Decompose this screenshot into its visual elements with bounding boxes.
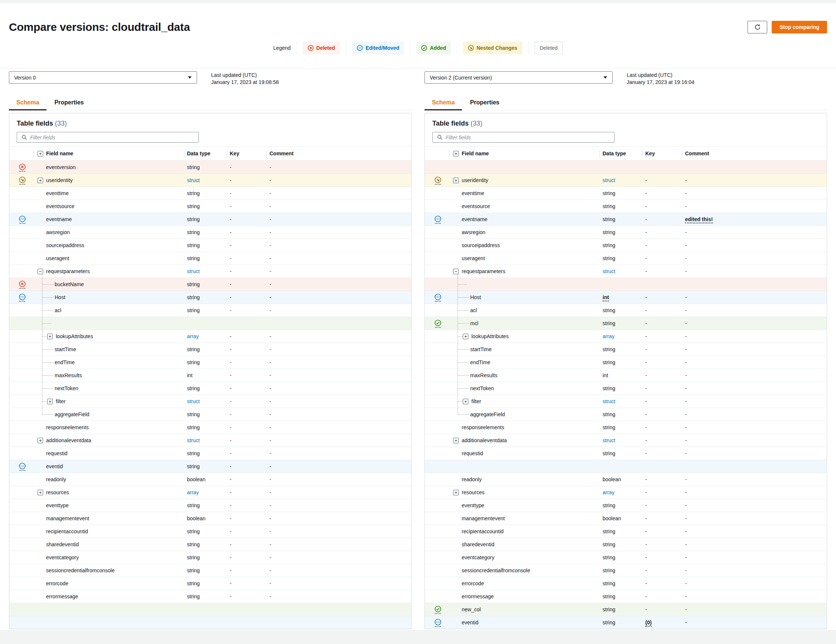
data-type-link[interactable]: struct [603, 268, 615, 274]
data-type-link[interactable]: array [603, 489, 614, 496]
data-type-link[interactable]: struct [187, 177, 199, 183]
table-row-useragent: useragentstring-- [9, 251, 411, 264]
nested-changes-icon[interactable] [434, 176, 441, 183]
comment-cell: - [685, 372, 827, 378]
panel-header: Table fields (33) Filter fields [425, 113, 827, 147]
field-name: startTime [55, 346, 76, 352]
key-value: - [645, 398, 647, 404]
comment-value: - [269, 541, 271, 548]
table-row-resources: +resourcesarray-- [425, 486, 827, 499]
data-type-link[interactable]: array [603, 333, 614, 339]
field-name-cell: −requestparameters [446, 265, 603, 277]
panel-header: Table fields (33) Filter fields [9, 113, 411, 147]
legend-separator [297, 41, 297, 55]
expand-icon[interactable]: + [453, 178, 459, 183]
comment-value: - [269, 554, 271, 560]
tree-stub [458, 375, 469, 376]
expand-icon[interactable]: + [38, 490, 43, 496]
field-name: awsregion [462, 229, 485, 235]
filter-fields-input[interactable]: Filter fields [17, 132, 199, 143]
comment-cell: - [685, 620, 827, 625]
key-cell: - [230, 580, 269, 586]
data-type-value: string [603, 593, 615, 599]
edited-moved-icon[interactable] [19, 463, 26, 470]
deleted-icon[interactable] [19, 280, 26, 287]
comment-value: - [269, 411, 271, 417]
legend-badge-edited-moved: Edited/Moved [352, 42, 404, 54]
table-fields-title: Table fields (33) [17, 119, 404, 127]
field-name-column-header: + Field name [30, 147, 187, 160]
edited-moved-icon[interactable] [19, 215, 26, 222]
key-cell: - [645, 268, 685, 274]
deleted-icon[interactable] [19, 163, 26, 170]
row-status-cell [425, 512, 446, 525]
data-type-link[interactable]: struct [603, 437, 615, 443]
data-type-link[interactable]: struct [603, 398, 615, 404]
edited-moved-icon[interactable] [434, 293, 441, 300]
field-name-cell: sessioncredentialfromconsole [30, 564, 187, 577]
edited-moved-icon[interactable] [434, 215, 441, 222]
table-row-eventid: eventidstring(0)- [425, 616, 827, 629]
version-select[interactable]: Version 0 [9, 71, 197, 84]
comment-value: - [269, 580, 271, 586]
key-cell: - [645, 333, 685, 339]
field-name: endTime [55, 359, 75, 365]
comment-value: - [685, 307, 687, 313]
legend-badge-label: Deleted [540, 45, 558, 51]
table-row-eventsource: eventsourcestring-- [425, 200, 827, 212]
collapse-icon[interactable]: − [453, 269, 459, 274]
tab-schema[interactable]: Schema [9, 96, 46, 110]
data-type-link[interactable]: array [187, 333, 199, 339]
expand-icon[interactable]: + [453, 490, 459, 496]
tab-properties[interactable]: Properties [47, 96, 91, 110]
comment-cell: - [685, 424, 827, 430]
data-type-cell: string [603, 567, 645, 573]
collapse-icon[interactable]: − [38, 269, 43, 274]
refresh-icon [754, 24, 761, 31]
data-type-cell: string [603, 424, 645, 430]
data-type-cell: string [187, 450, 230, 457]
field-name: sourceipaddress [46, 242, 84, 248]
data-type-link[interactable]: struct [187, 398, 199, 404]
expand-icon[interactable]: + [463, 334, 469, 339]
field-name-cell: new_col [446, 603, 603, 616]
added-icon[interactable] [434, 320, 441, 326]
edited-moved-icon[interactable] [19, 293, 26, 300]
nested-changes-icon[interactable] [19, 176, 26, 183]
expand-icon[interactable]: + [47, 399, 53, 404]
edited-moved-icon[interactable] [434, 619, 441, 625]
row-status-cell [9, 187, 30, 200]
comment-cell: - [269, 463, 411, 470]
data-type-link[interactable]: struct [603, 177, 615, 183]
key-value: - [645, 476, 647, 483]
comment-value: - [685, 229, 687, 235]
key-cell: - [645, 476, 685, 483]
tab-properties[interactable]: Properties [462, 96, 507, 110]
row-status-cell [425, 421, 446, 434]
tab-schema[interactable]: Schema [425, 96, 462, 110]
version-select[interactable]: Version 2 (Current version) [425, 71, 612, 84]
comment-value: - [269, 424, 271, 430]
data-type-cell: string [603, 359, 645, 365]
refresh-button[interactable] [748, 21, 767, 33]
field-name: useragent [462, 255, 485, 261]
data-type-link[interactable]: struct [187, 437, 199, 443]
comment-value: - [685, 268, 687, 274]
filter-fields-input[interactable]: Filter fields [432, 132, 614, 143]
field-name: sharedeventid [46, 541, 79, 548]
expand-icon[interactable]: + [47, 334, 53, 339]
data-type-link[interactable]: array [187, 489, 199, 496]
comment-value: - [269, 229, 271, 235]
table-row-requestparameters: −requestparametersstruct-- [425, 264, 827, 277]
expand-all-icon[interactable]: + [453, 151, 459, 157]
expand-icon[interactable]: + [38, 178, 43, 183]
data-type-link[interactable]: struct [187, 268, 199, 274]
key-value: - [645, 190, 647, 196]
stop-comparing-button[interactable]: Stop comparing [772, 21, 827, 33]
added-icon[interactable] [434, 606, 441, 612]
key-cell: - [645, 567, 685, 573]
expand-icon[interactable]: + [38, 438, 43, 443]
expand-icon[interactable]: + [463, 399, 469, 404]
expand-all-icon[interactable]: + [38, 151, 43, 157]
expand-icon[interactable]: + [453, 438, 459, 443]
